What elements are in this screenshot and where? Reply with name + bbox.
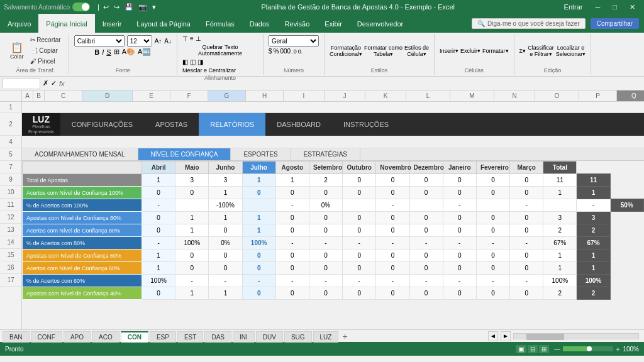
data-cell[interactable]: 0 xyxy=(142,187,175,199)
data-cell[interactable]: 100% xyxy=(142,275,175,287)
cell-styles-button[interactable]: Estilos deCélula▾ xyxy=(404,45,429,57)
data-cell[interactable]: 3 xyxy=(543,212,577,224)
data-cell[interactable]: - xyxy=(242,275,275,287)
sheet-tab-con[interactable]: CON xyxy=(121,331,148,343)
data-cell[interactable]: - xyxy=(376,199,409,212)
bold-button[interactable]: B xyxy=(94,48,99,56)
data-cell[interactable]: 3 xyxy=(209,174,242,187)
data-cell[interactable]: 0 xyxy=(309,224,342,237)
data-cell[interactable]: 100% xyxy=(175,237,209,250)
data-cell[interactable]: - xyxy=(275,237,309,250)
data-cell[interactable]: - xyxy=(275,275,309,287)
number-format-select[interactable]: Geral xyxy=(269,35,319,47)
format-painter-button[interactable]: 🖌 Pincel xyxy=(28,57,64,66)
data-cell[interactable]: 0 xyxy=(142,212,175,224)
data-cell[interactable]: 1 xyxy=(242,212,275,224)
data-cell[interactable]: 0 xyxy=(443,187,476,199)
tab-exibir[interactable]: Exibir xyxy=(317,14,350,33)
sheet-tab-esp[interactable]: ESP xyxy=(150,331,176,343)
data-cell[interactable]: -100% xyxy=(209,199,242,212)
tab-arquivo[interactable]: Arquivo xyxy=(0,14,38,33)
data-cell[interactable]: 0 xyxy=(409,250,443,262)
data-cell[interactable]: 1 xyxy=(209,212,242,224)
data-cell[interactable]: - xyxy=(142,199,175,212)
data-cell[interactable]: 0 xyxy=(510,262,543,275)
nav-instrucoes[interactable]: INSTRUÇÕES xyxy=(332,113,400,136)
data-cell[interactable]: 0 xyxy=(175,187,209,199)
nav-apostas[interactable]: APOSTAS xyxy=(144,113,199,136)
data-cell[interactable]: 0 xyxy=(476,287,509,300)
data-cell[interactable]: 0 xyxy=(142,224,175,237)
data-cell[interactable]: - xyxy=(142,237,175,250)
align-right-button[interactable]: ◨ xyxy=(197,58,203,65)
inc-decimal-button[interactable]: .0 xyxy=(292,48,297,55)
data-cell[interactable]: 0 xyxy=(343,224,376,237)
tab-dados[interactable]: Dados xyxy=(242,14,277,33)
data-cell[interactable]: - xyxy=(343,275,376,287)
formula-input[interactable] xyxy=(67,80,641,87)
sheet-tab-ban[interactable]: BAN xyxy=(3,331,30,343)
decrease-font-button[interactable]: A↓ xyxy=(164,38,172,45)
data-cell[interactable]: - xyxy=(309,237,342,250)
nav-configuracoes[interactable]: CONFIGURAÇÕES xyxy=(60,113,144,136)
cell-reference[interactable]: A1 xyxy=(3,78,40,89)
data-cell[interactable]: 1 xyxy=(209,187,242,199)
data-cell[interactable]: - xyxy=(175,275,209,287)
data-cell[interactable]: 0 xyxy=(376,187,409,199)
align-left-button[interactable]: ◧ xyxy=(182,58,188,65)
data-cell[interactable]: 0 xyxy=(343,174,376,187)
data-cell[interactable]: 0 xyxy=(376,287,409,300)
data-cell[interactable]: 0 xyxy=(510,224,543,237)
entrar-button[interactable]: Entrar xyxy=(559,0,588,14)
page-break-button[interactable]: ⊞ xyxy=(539,345,549,353)
data-cell[interactable]: 67% xyxy=(543,237,577,250)
data-cell[interactable]: 0 xyxy=(476,174,509,187)
font-color-button[interactable]: A🔤 xyxy=(138,48,151,56)
data-cell[interactable]: 0 xyxy=(376,212,409,224)
data-cell[interactable]: 0 xyxy=(409,262,443,275)
data-cell[interactable]: - xyxy=(510,237,543,250)
data-cell[interactable]: 1 xyxy=(543,262,577,275)
data-cell[interactable]: 0 xyxy=(476,250,509,262)
data-cell[interactable]: 0 xyxy=(443,212,476,224)
data-cell[interactable]: 0 xyxy=(242,287,275,300)
align-top-button[interactable]: ⊤ xyxy=(182,35,188,42)
conditional-format-button[interactable]: FormataçãoCondicional▾ xyxy=(330,45,362,57)
data-cell[interactable]: 0 xyxy=(242,250,275,262)
data-cell[interactable]: 0 xyxy=(343,212,376,224)
data-cell[interactable]: 3 xyxy=(175,174,209,187)
data-cell[interactable]: 0% xyxy=(209,237,242,250)
scroll-right-button[interactable]: ► xyxy=(501,331,511,341)
data-cell[interactable]: 0 xyxy=(275,287,309,300)
data-cell[interactable]: - xyxy=(409,275,443,287)
data-cell[interactable]: 1 xyxy=(175,224,209,237)
format-as-table-button[interactable]: Formatar comoTabela▾ xyxy=(364,45,402,57)
zoom-out-button[interactable]: ─ xyxy=(554,344,560,354)
data-cell[interactable]: 0 xyxy=(443,174,476,187)
data-cell[interactable]: 1 xyxy=(242,224,275,237)
sub-tab-estrategias[interactable]: ESTRATÉGIAS xyxy=(291,148,360,160)
tab-layout[interactable]: Layout da Página xyxy=(129,14,198,33)
data-cell[interactable]: - xyxy=(510,275,543,287)
data-cell[interactable]: - xyxy=(376,275,409,287)
data-cell[interactable]: - xyxy=(476,275,509,287)
data-cell[interactable] xyxy=(242,199,275,212)
data-cell[interactable]: 0 xyxy=(510,212,543,224)
data-cell[interactable]: 11 xyxy=(543,174,577,187)
data-cell[interactable]: - xyxy=(476,237,509,250)
nav-dashboard[interactable]: DASHBOARD xyxy=(265,113,332,136)
data-cell[interactable]: 0 xyxy=(343,287,376,300)
data-cell[interactable]: - xyxy=(309,275,342,287)
wrap-text-button[interactable]: Quebrar Texto Automaticamente xyxy=(182,44,258,57)
sheet-tab-aco[interactable]: ACO xyxy=(92,331,119,343)
align-bottom-button[interactable]: ⊥ xyxy=(196,35,201,42)
data-cell[interactable]: 1 xyxy=(142,250,175,262)
cut-button[interactable]: ✂ Recortar xyxy=(28,35,64,45)
sheet-tab-luz[interactable]: LUZ xyxy=(313,331,339,343)
tab-pagina-inicial[interactable]: Página Inicial xyxy=(38,14,94,33)
data-cell[interactable]: 0 xyxy=(510,187,543,199)
data-cell[interactable]: 0 xyxy=(443,224,476,237)
data-cell[interactable]: 0 xyxy=(309,262,342,275)
data-cell[interactable] xyxy=(175,199,209,212)
data-cell[interactable]: 0 xyxy=(409,187,443,199)
